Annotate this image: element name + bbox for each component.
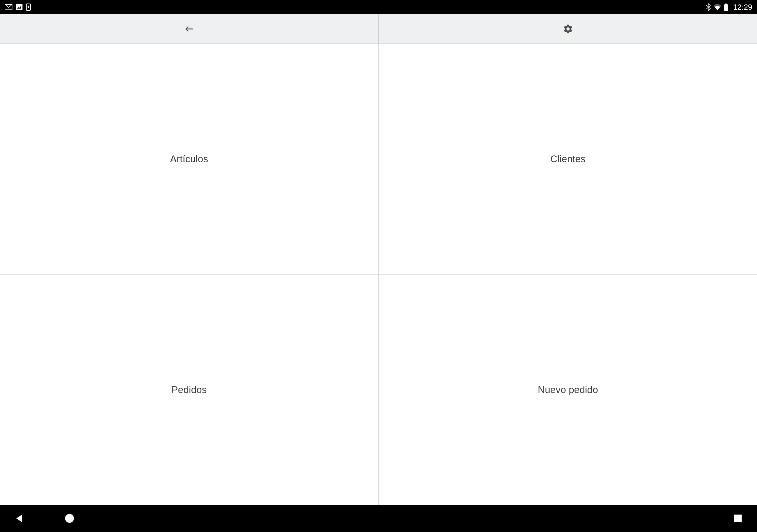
nav-home-circle-icon bbox=[65, 514, 74, 523]
gmail-icon bbox=[5, 4, 13, 10]
app-bar-right bbox=[379, 14, 757, 44]
nav-home-button[interactable] bbox=[64, 513, 76, 524]
nav-back-triangle-icon bbox=[15, 514, 23, 523]
gear-icon bbox=[563, 24, 573, 34]
status-left-icons bbox=[5, 4, 31, 11]
image-icon bbox=[16, 4, 22, 10]
back-arrow-icon bbox=[183, 23, 195, 35]
main-grid: Artículos Clientes Pedidos Nuevo pedido bbox=[0, 44, 757, 505]
bluetooth-icon bbox=[706, 3, 711, 11]
navigation-bar bbox=[0, 505, 757, 532]
tile-articles[interactable]: Artículos bbox=[0, 44, 378, 274]
tile-new-order[interactable]: Nuevo pedido bbox=[378, 274, 757, 505]
tile-orders[interactable]: Pedidos bbox=[0, 274, 378, 505]
tile-label: Pedidos bbox=[171, 384, 207, 396]
app-bar bbox=[0, 14, 757, 44]
tile-clients[interactable]: Clientes bbox=[378, 44, 757, 274]
tile-label: Artículos bbox=[170, 153, 208, 164]
status-bar: 12:29 bbox=[0, 0, 757, 14]
settings-button[interactable] bbox=[561, 22, 575, 36]
status-right-icons: 12:29 bbox=[706, 3, 752, 12]
nav-back-button[interactable] bbox=[13, 513, 25, 524]
back-button[interactable] bbox=[182, 22, 197, 36]
nav-recent-button[interactable] bbox=[732, 513, 744, 524]
nav-recent-square-icon bbox=[734, 515, 742, 522]
wifi-icon bbox=[713, 4, 721, 10]
tile-label: Clientes bbox=[550, 153, 586, 164]
status-time: 12:29 bbox=[733, 3, 752, 12]
tile-label: Nuevo pedido bbox=[538, 384, 598, 396]
app-bar-left bbox=[0, 14, 379, 44]
battery-icon bbox=[724, 4, 728, 11]
svg-rect-4 bbox=[725, 4, 727, 4]
svg-rect-3 bbox=[724, 4, 728, 11]
svg-rect-1 bbox=[16, 4, 22, 10]
phone-update-icon bbox=[26, 4, 31, 11]
